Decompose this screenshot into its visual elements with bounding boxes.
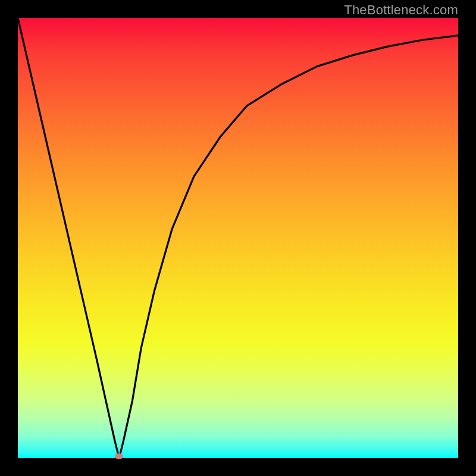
optimal-point-marker xyxy=(115,453,123,459)
chart-frame: TheBottleneck.com xyxy=(0,0,476,476)
bottleneck-curve xyxy=(18,18,458,458)
plot-gradient-area xyxy=(18,18,458,458)
watermark-text: TheBottleneck.com xyxy=(344,2,458,18)
curve-path xyxy=(18,18,458,458)
